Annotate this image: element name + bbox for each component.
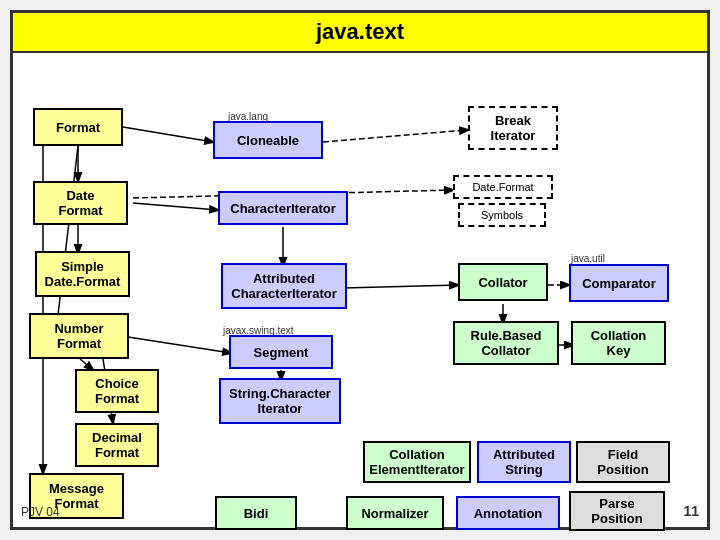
java-util-label: java.util (571, 253, 605, 264)
format-box: Format (33, 108, 123, 146)
rule-based-collator-label: Rule.Based Collator (471, 328, 542, 358)
title-text: java.text (316, 19, 404, 44)
window-title: java.text (13, 13, 707, 53)
symbols-box: Symbols (458, 203, 546, 227)
date-format-class-box: Date.Format (453, 175, 553, 199)
segment-box: Segment (229, 335, 333, 369)
attr-string-label: Attributed String (493, 447, 555, 477)
bidi-label: Bidi (244, 506, 269, 521)
attributed-char-iter-box: Attributed CharacterIterator (221, 263, 347, 309)
string-char-iter-label: String.Character Iterator (229, 386, 331, 416)
diagram-content: Format java.lang Cloneable Break Iterato… (13, 53, 707, 523)
char-iter-label: CharacterIterator (230, 201, 336, 216)
coll-elem-iter-label: Collation ElementIterator (369, 447, 464, 477)
collation-element-iter-box: Collation ElementIterator (363, 441, 471, 483)
footer-left: PJV 04 (21, 505, 60, 519)
number-format-box: Number Format (29, 313, 129, 359)
annotation-label: Annotation (474, 506, 543, 521)
cloneable-box: Cloneable (213, 121, 323, 159)
date-format-box: Date Format (33, 181, 128, 225)
footer-right: 11 (683, 503, 699, 519)
cloneable-label: Cloneable (237, 133, 299, 148)
segment-label: Segment (254, 345, 309, 360)
attr-char-iter-label: Attributed CharacterIterator (231, 271, 337, 301)
comparator-label: Comparator (582, 276, 656, 291)
svg-line-6 (343, 285, 458, 288)
annotation-box: Annotation (456, 496, 560, 530)
simple-date-format-label: Simple Date.Format (45, 259, 121, 289)
simple-date-format-box: Simple Date.Format (35, 251, 130, 297)
svg-line-1 (323, 130, 468, 142)
bidi-box: Bidi (215, 496, 297, 530)
decimal-format-label: Decimal Format (92, 430, 142, 460)
normalizer-label: Normalizer (361, 506, 428, 521)
parse-pos-label: Parse Position (591, 496, 642, 526)
svg-line-2 (133, 203, 218, 210)
decimal-format-box: Decimal Format (75, 423, 159, 467)
number-format-label: Number Format (54, 321, 103, 351)
date-format-label: Date Format (58, 188, 102, 218)
character-iterator-box: CharacterIterator (218, 191, 348, 225)
string-char-iter-box: String.Character Iterator (219, 378, 341, 424)
format-label: Format (56, 120, 100, 135)
collator-label: Collator (478, 275, 527, 290)
choice-format-box: Choice Format (75, 369, 159, 413)
svg-line-9 (128, 337, 231, 353)
collation-key-label: Collation Key (591, 328, 647, 358)
collator-box: Collator (458, 263, 548, 301)
main-window: java.text (10, 10, 710, 530)
parse-position-box: Parse Position (569, 491, 665, 531)
break-iterator-box: Break Iterator (468, 106, 558, 150)
attributed-string-box: Attributed String (477, 441, 571, 483)
break-iterator-label: Break Iterator (491, 113, 536, 143)
collation-key-box: Collation Key (571, 321, 666, 365)
svg-line-0 (123, 127, 213, 142)
comparator-box: Comparator (569, 264, 669, 302)
field-position-box: Field Position (576, 441, 670, 483)
choice-format-label: Choice Format (95, 376, 139, 406)
rule-based-collator-box: Rule.Based Collator (453, 321, 559, 365)
field-pos-label: Field Position (597, 447, 648, 477)
normalizer-box: Normalizer (346, 496, 444, 530)
